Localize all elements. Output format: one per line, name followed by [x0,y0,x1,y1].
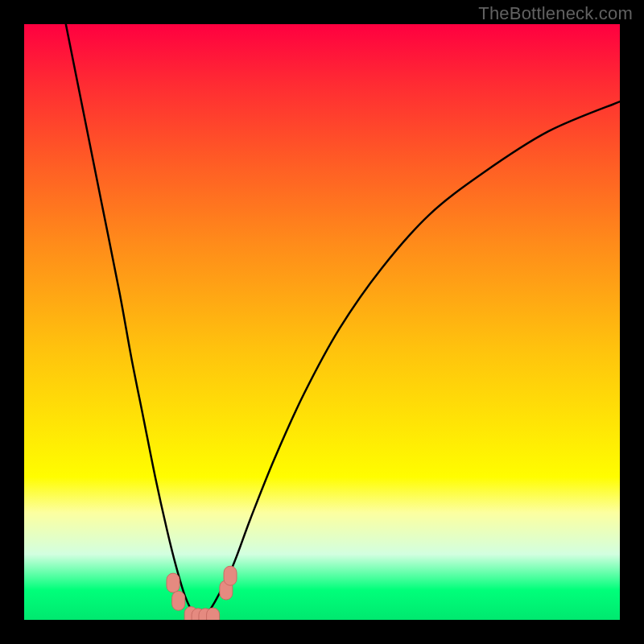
data-marker [167,573,180,592]
bottleneck-curve-right [203,101,620,620]
watermark-text: TheBottleneck.com [478,3,633,24]
marker-layer [167,566,237,620]
chart-frame: TheBottleneck.com [0,0,644,644]
plot-area [24,24,620,620]
curve-layer [24,24,620,620]
data-marker [207,608,220,620]
data-marker [172,591,185,610]
data-marker [224,566,237,585]
bottleneck-curve-left [66,24,203,620]
